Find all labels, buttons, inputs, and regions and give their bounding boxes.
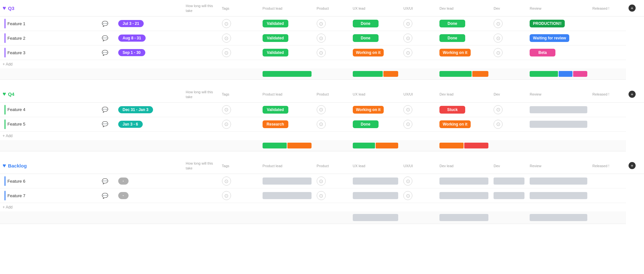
tags-cell: [183, 174, 219, 188]
uxui-status: Done: [353, 120, 379, 128]
dev-lead-cell: ⊙: [401, 16, 437, 31]
product-status-cell: [260, 188, 314, 203]
released-status: Beta: [530, 49, 555, 56]
col-header-how-long: How long will this take: [183, 0, 219, 16]
summary-bar-cell: [260, 140, 314, 151]
review-cell: ⊙: [491, 16, 527, 31]
avatar: ⊙: [222, 120, 231, 129]
avatar: ⊙: [222, 48, 231, 57]
duration-cell: -: [116, 174, 183, 188]
col-header-add[interactable]: +: [626, 0, 644, 16]
summary-bar-cell: [437, 211, 491, 224]
uxui-status: Done: [353, 34, 379, 42]
summary-row: [0, 211, 644, 224]
released-cell: [527, 117, 590, 131]
feature-name-cell: Feature 5: [0, 117, 99, 131]
review-cell: ⊙: [491, 102, 527, 117]
col-header-released: Released !: [590, 157, 626, 174]
summary-empty-2: [99, 68, 115, 80]
add-feature-button[interactable]: + Add: [3, 62, 13, 66]
col-header-dev: Dev: [491, 86, 527, 103]
add-column-button[interactable]: +: [629, 5, 636, 12]
product-status: Validated: [263, 106, 288, 114]
row-border: [5, 191, 5, 200]
avatar: ⊙: [494, 19, 503, 28]
tags-cell: [183, 188, 219, 203]
dev-status: Done: [439, 34, 465, 42]
feature-row: Feature 3 💬 Sep 1 - 30 ⊙ Validated ⊙ Wor…: [0, 46, 644, 60]
product-status-cell: Validated: [260, 46, 314, 60]
empty-end-cell: [590, 102, 626, 117]
comment-icon: 💬: [102, 36, 108, 41]
col-header-how-long: How long will this take: [183, 86, 219, 103]
summary-empty-1: [0, 211, 99, 224]
released-cell: PRODUCTION!!: [527, 16, 590, 31]
review-cell: ⊙: [491, 31, 527, 46]
released-placeholder: [530, 192, 587, 199]
empty-end-cell: [590, 31, 626, 46]
summary-ux-lead: [314, 68, 350, 80]
add-feature-button[interactable]: + Add: [3, 205, 13, 209]
duration-pill: -: [118, 192, 129, 199]
section-title-cell: ♥ Backlog: [0, 157, 183, 174]
add-row: + Add: [0, 203, 644, 212]
col-header-product: Product: [314, 0, 350, 16]
summary-tags: [183, 68, 219, 80]
add-feature-cell[interactable]: + Add: [0, 60, 644, 69]
dev-status-cell: Working on it: [437, 117, 491, 131]
add-feature-cell[interactable]: + Add: [0, 131, 644, 140]
section-title-cell: ♥ Q4: [0, 86, 183, 103]
comment-icon: 💬: [102, 178, 108, 184]
released-cell: Waiting for review: [527, 31, 590, 46]
col-header-add[interactable]: +: [626, 86, 644, 103]
add-feature-button[interactable]: + Add: [3, 134, 13, 138]
bar-segment: [464, 143, 488, 148]
duration-cell: -: [116, 188, 183, 203]
avatar: ⊙: [494, 105, 503, 114]
summary-empty-1: [0, 140, 99, 151]
add-column-button[interactable]: +: [629, 162, 636, 169]
released-cell: [527, 102, 590, 117]
dev-status-cell: [437, 174, 491, 188]
bar-segment: [263, 143, 287, 148]
avatar: ⊙: [317, 177, 326, 186]
summary-bar-cell: [491, 140, 527, 151]
col-header-dev-lead: Dev lead: [437, 86, 491, 103]
col-header-product-lead: Product lead: [260, 157, 314, 174]
duration-pill: Jul 3 - 21: [118, 20, 144, 27]
duration-cell: Sep 1 - 30: [116, 46, 183, 60]
summary-empty-3: [116, 211, 183, 224]
col-header-add[interactable]: +: [626, 157, 644, 174]
feature-row: Feature 1 💬 Jul 3 - 21 ⊙ Validated ⊙ Don…: [0, 16, 644, 31]
summary-dev-lead: [401, 211, 437, 224]
summary-bar-cell: [437, 140, 491, 151]
add-feature-cell[interactable]: + Add: [0, 203, 644, 212]
summary-empty-1: [0, 68, 99, 80]
add-column-button[interactable]: +: [629, 91, 636, 98]
dev-placeholder: [439, 192, 488, 199]
dev-lead-cell: ⊙: [401, 117, 437, 131]
summary-end: [590, 211, 626, 224]
col-header-review: Review: [527, 0, 590, 16]
summary-row: [0, 140, 644, 151]
feature-row: Feature 4 💬 Dec 31 - Jan 3 ⊙ Validated ⊙…: [0, 102, 644, 117]
avatar: ⊙: [317, 48, 326, 57]
col-header-tags: Tags: [219, 86, 260, 103]
col-header-released: Released !: [590, 0, 626, 16]
dev-status-cell: Working on it: [437, 46, 491, 60]
comment-icon: 💬: [102, 107, 108, 112]
comment-cell: 💬: [99, 188, 115, 203]
empty-end-cell: [590, 174, 626, 188]
duration-pill: Dec 31 - Jan 3: [118, 106, 153, 113]
review-cell: [491, 188, 527, 203]
bar-segment: [376, 143, 398, 148]
section-name: Backlog: [8, 163, 27, 168]
empty-end-cell: [590, 46, 626, 60]
section-icon: ♥: [3, 5, 6, 12]
product-placeholder: [263, 192, 312, 199]
avatar: ⊙: [317, 105, 326, 114]
bar-segment: [573, 71, 587, 77]
avatar: ⊙: [403, 19, 412, 28]
dev-status-cell: Done: [437, 31, 491, 46]
tags-cell: [183, 117, 219, 131]
